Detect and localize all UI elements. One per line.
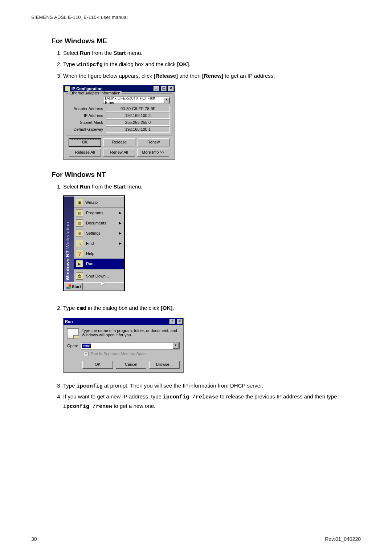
cancel-button[interactable]: Cancel (116, 361, 146, 369)
steps-windows-me: Select Run from the Start menu. Type win… (52, 48, 361, 81)
ip-configuration-dialog: IP Configuration _ ▢ ✕ Ethernet Adapter … (63, 85, 175, 160)
ipconfig-title-icon (65, 86, 70, 91)
chevron-down-icon[interactable]: ▼ (173, 343, 179, 349)
heading-windows-me: For Windows ME (52, 37, 361, 45)
chevron-right-icon: ▶ (119, 242, 122, 245)
steps-windows-nt-3: Type ipconfig at prompt. Then you will s… (52, 381, 361, 412)
startmenu-help[interactable]: ❓ Help (74, 248, 124, 259)
page-footer: 30 Rev:01_040220 (31, 536, 361, 542)
find-icon: 🔍 (76, 240, 83, 247)
shutdown-icon: ⏻ (76, 272, 83, 280)
startmenu-separator (74, 270, 123, 270)
row-adapter-address: Adapter Address 00-80-C8-EF-78-9F (68, 105, 170, 112)
contexthelp-icon[interactable]: ? (170, 319, 175, 324)
startmenu-find[interactable]: 🔍 Find ▶ (74, 238, 124, 248)
close-icon[interactable]: ✕ (168, 86, 174, 91)
taskbar: Start (64, 282, 124, 291)
maximize-icon[interactable]: ▢ (161, 86, 167, 91)
run-title: Run (65, 319, 73, 324)
footer-page-number: 30 (31, 536, 37, 542)
renew-button[interactable]: Renew (138, 138, 170, 146)
more-info-button[interactable]: More Info >> (137, 149, 169, 157)
row-ip-address: IP Address 192.168.100.2 (68, 112, 170, 119)
release-all-button[interactable]: Release All (69, 149, 101, 157)
renew-all-button[interactable]: Renew All (103, 149, 135, 157)
nt-step-1: Select Run from the Start menu. (63, 182, 361, 192)
programs-icon: ▤ (76, 209, 83, 216)
open-input-value: cmd (82, 344, 91, 348)
run-description: Type the name of a program, folder, or d… (82, 328, 180, 337)
ethernet-adapter-group: Ethernet Adapter Information D-Link DFE-… (66, 93, 172, 135)
run-dialog-icon (67, 328, 79, 339)
chevron-right-icon: ▶ (119, 231, 122, 235)
run-icon: ▶ (76, 260, 83, 267)
me-step-1: Select Run from the Start menu. (63, 48, 361, 58)
startmenu-run[interactable]: ▶ Run... (74, 259, 124, 269)
startmenu-top-item[interactable]: ▣ WinZip (74, 197, 124, 208)
group-legend: Ethernet Adapter Information (68, 91, 122, 95)
nt-start-menu: Windows NT Workstation ▣ WinZip ▤ Progra… (63, 195, 125, 291)
cursor-icon (101, 282, 104, 285)
ok-button[interactable]: OK (82, 361, 113, 369)
nt-step-4: If you want to get a new IP address, typ… (63, 392, 361, 411)
section-windows-nt: For Windows NT Select Run from the Start… (52, 171, 361, 412)
open-input[interactable]: cmd ▼ (81, 342, 180, 349)
minimize-icon[interactable]: _ (154, 86, 159, 91)
startmenu-programs[interactable]: ▤ Programs ▶ (74, 208, 124, 218)
ok-button[interactable]: OK (69, 138, 101, 147)
start-button[interactable]: Start (65, 283, 83, 290)
section-windows-me: For Windows ME Select Run from the Start… (52, 37, 361, 160)
ipconfig-title: IP Configuration (72, 86, 102, 91)
separate-memory-checkbox: ✔ Run in Separate Memory Space (84, 352, 180, 356)
chevron-right-icon: ▶ (119, 221, 122, 225)
run-titlebar: Run ? ✕ (64, 318, 183, 325)
windows-logo-icon (66, 284, 71, 289)
browse-button[interactable]: Browse... (149, 361, 180, 369)
startmenu-settings[interactable]: ⚙ Settings ▶ (74, 228, 124, 238)
winzip-icon: ▣ (76, 199, 83, 206)
close-icon[interactable]: ✕ (177, 319, 183, 324)
help-icon: ❓ (76, 250, 83, 257)
heading-windows-nt: For Windows NT (52, 171, 361, 179)
documents-icon: ▥ (76, 219, 83, 227)
release-button[interactable]: Release (103, 138, 135, 146)
steps-windows-nt-1: Select Run from the Start menu. (52, 182, 361, 192)
adapter-select[interactable]: D-Link DFE-530TX PCI Fast Ether ▼ (103, 97, 170, 104)
open-label: Open: (67, 344, 78, 348)
startmenu-documents[interactable]: ▥ Documents ▶ (74, 218, 124, 228)
chevron-right-icon: ▶ (119, 211, 122, 215)
row-default-gateway: Default Gateway 192.168.100.1 (68, 126, 170, 133)
nt-step-2: Type cmd in the dialog box and the click… (63, 303, 361, 314)
me-step-2: Type winipcfg in the dialog box and the … (63, 59, 361, 70)
chevron-down-icon[interactable]: ▼ (164, 97, 170, 103)
running-head: SIEMENS ADSL E-110_E-110-I user manual (31, 15, 361, 23)
head-rule (31, 23, 361, 23)
settings-icon: ⚙ (76, 230, 83, 237)
row-subnet-mask: Subnet Mask 255.255.255.0 (68, 119, 170, 126)
startmenu-shutdown[interactable]: ⏻ Shut Down... (74, 271, 124, 281)
adapter-select-value: D-Link DFE-530TX PCI Fast Ether (105, 96, 164, 105)
nt-step-3: Type ipconfig at prompt. Then you will s… (63, 381, 361, 392)
me-step-3: When the figure below appears, click [Re… (63, 71, 361, 81)
steps-windows-nt-2: Type cmd in the dialog box and the click… (52, 303, 361, 314)
startmenu-side-banner: Windows NT Workstation (64, 197, 74, 282)
run-dialog: Run ? ✕ Type the name of a program, fold… (63, 318, 184, 373)
checkbox-icon: ✔ (84, 352, 89, 356)
footer-revision: Rev:01_040220 (325, 536, 361, 542)
